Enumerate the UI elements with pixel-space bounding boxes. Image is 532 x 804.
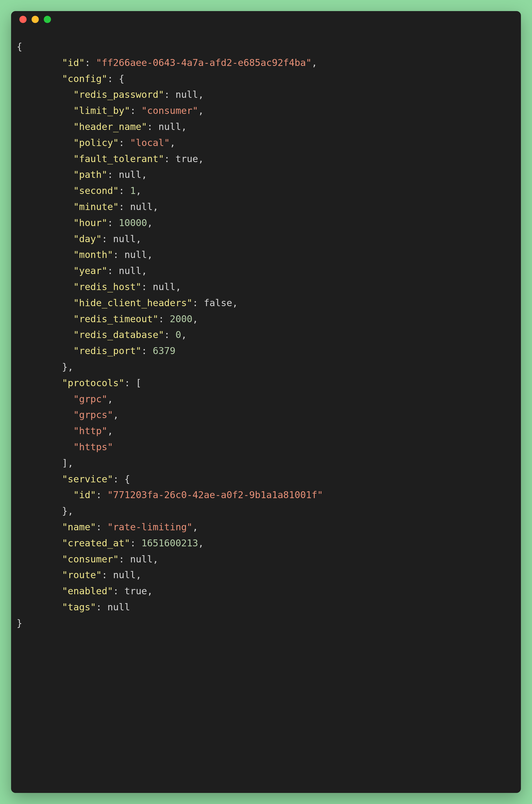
json-key-hide-client-headers: "hide_client_headers" — [73, 297, 193, 308]
titlebar — [11, 11, 521, 28]
json-key-redis-database: "redis_database" — [73, 329, 164, 340]
json-key-consumer: "consumer" — [62, 554, 119, 564]
json-key-year: "year" — [73, 265, 108, 276]
json-protocol-2: "http" — [73, 425, 108, 436]
json-val-redis-password: null — [175, 89, 198, 100]
json-key-redis-timeout: "redis_timeout" — [73, 313, 158, 324]
json-protocol-1: "grpcs" — [73, 409, 113, 420]
json-val-consumer: null — [130, 554, 153, 564]
close-window-button[interactable] — [19, 16, 26, 23]
json-val-redis-host: null — [153, 281, 175, 292]
json-val-limit-by: "consumer" — [141, 105, 198, 116]
json-protocol-0: "grpc" — [73, 394, 108, 404]
json-key-redis-port: "redis_port" — [73, 345, 141, 356]
json-key-day: "day" — [73, 233, 102, 244]
json-val-header-name: null — [158, 121, 181, 132]
json-val-id: "ff266aee-0643-4a7a-afd2-e685ac92f4ba" — [96, 57, 312, 68]
json-val-redis-database: 0 — [175, 329, 181, 340]
json-val-hide-client-headers: false — [204, 297, 232, 308]
brace-open: { — [17, 41, 22, 52]
json-key-limit-by: "limit_by" — [73, 105, 130, 116]
json-val-tags: null — [108, 601, 130, 613]
json-val-hour: 10000 — [119, 217, 147, 228]
json-val-minute: null — [130, 201, 153, 212]
json-val-created-at: 1651600213 — [141, 537, 198, 549]
json-val-policy: "local" — [130, 137, 170, 148]
json-key-header-name: "header_name" — [73, 121, 147, 132]
json-val-second: 1 — [130, 185, 135, 196]
json-val-month: null — [125, 249, 147, 260]
json-key-path: "path" — [73, 169, 108, 180]
json-key-month: "month" — [73, 249, 113, 260]
json-key-name: "name" — [62, 521, 96, 533]
brace-close: } — [17, 617, 22, 629]
maximize-window-button[interactable] — [44, 16, 51, 23]
json-val-fault-tolerant: true — [175, 153, 198, 164]
json-val-redis-port: 6379 — [153, 345, 175, 356]
json-protocol-3: "https" — [73, 441, 113, 453]
json-val-name: "rate-limiting" — [108, 521, 193, 533]
terminal-window: { "id": "ff266aee-0643-4a7a-afd2-e685ac9… — [11, 11, 521, 793]
json-key-policy: "policy" — [73, 137, 119, 148]
json-key-id: "id" — [62, 57, 85, 68]
json-key-tags: "tags" — [62, 601, 96, 613]
minimize-window-button[interactable] — [32, 16, 39, 23]
json-val-day: null — [113, 233, 136, 244]
json-key-service: "service" — [62, 474, 113, 484]
json-val-route: null — [113, 569, 136, 580]
json-key-hour: "hour" — [73, 217, 108, 228]
json-val-year: null — [119, 265, 141, 276]
json-key-service-id: "id" — [73, 489, 96, 500]
json-key-enabled: "enabled" — [62, 586, 113, 596]
json-key-protocols: "protocols" — [62, 377, 125, 388]
json-val-redis-timeout: 2000 — [170, 313, 193, 324]
json-key-second: "second" — [73, 185, 119, 196]
json-key-config: "config" — [62, 73, 108, 84]
json-val-service-id: "771203fa-26c0-42ae-a0f2-9b1a1a81001f" — [108, 489, 323, 500]
json-key-created-at: "created_at" — [62, 537, 130, 549]
json-val-path: null — [119, 169, 141, 180]
code-content: { "id": "ff266aee-0643-4a7a-afd2-e685ac9… — [11, 28, 521, 642]
json-key-redis-password: "redis_password" — [73, 89, 164, 100]
json-key-minute: "minute" — [73, 201, 119, 212]
json-key-fault-tolerant: "fault_tolerant" — [73, 153, 164, 164]
json-val-enabled: true — [125, 586, 147, 596]
json-key-redis-host: "redis_host" — [73, 281, 141, 292]
json-key-route: "route" — [62, 569, 102, 580]
